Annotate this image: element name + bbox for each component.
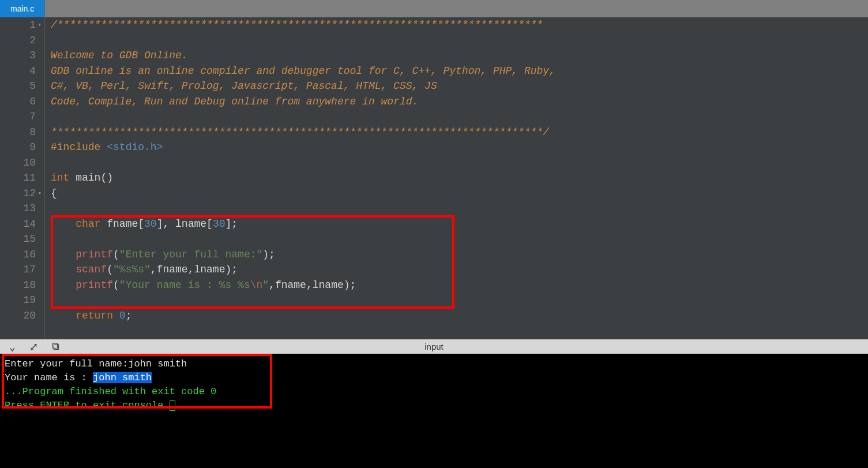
code-text: "Enter your full name:" <box>119 249 262 260</box>
line-number: 14 <box>23 216 36 232</box>
code-text: main() <box>69 172 113 184</box>
line-number: 10 <box>23 155 36 171</box>
code-text: ( <box>107 264 113 275</box>
code-text <box>51 233 76 245</box>
code-text: 30 <box>144 218 157 230</box>
code-text: \n <box>250 279 263 291</box>
console-selected-text: john smith <box>93 372 152 383</box>
code-text <box>51 294 76 306</box>
code-text: 0 <box>119 310 126 321</box>
file-tab-main-c[interactable]: main.c <box>0 0 45 17</box>
line-number: 3 <box>29 48 36 63</box>
line-number: 20 <box>23 308 36 324</box>
code-text: int <box>51 172 69 184</box>
code-text: "Your name is : %s %s <box>119 279 250 291</box>
code-editor[interactable]: 1▾ 2 3 4 5 6 7 8 9 10 11 12▾ 13 14 15 16… <box>0 17 868 339</box>
code-text: " <box>262 279 269 291</box>
fold-marker-icon[interactable]: ▾ <box>37 17 42 33</box>
code-text: ( <box>113 279 119 291</box>
code-text: fname[ <box>100 218 144 230</box>
code-text: ); <box>262 249 275 260</box>
line-number: 12 <box>23 186 36 201</box>
code-text: Welcome to GDB Online. <box>51 50 188 61</box>
fold-marker-icon[interactable]: ▾ <box>37 186 42 201</box>
console-output[interactable]: Enter your full name:john smith Your nam… <box>0 354 868 468</box>
line-number: 8 <box>29 125 36 140</box>
line-number: 18 <box>23 278 36 293</box>
line-number: 4 <box>29 63 36 79</box>
code-text: ; <box>126 310 132 321</box>
console-text: Enter your full name: <box>5 358 128 369</box>
code-text: 30 <box>213 218 226 230</box>
line-number: 19 <box>23 293 36 308</box>
console-toolbar: ⌄ ⤢ ⧉ input <box>0 339 868 354</box>
console-text: john smith <box>128 358 187 369</box>
tab-label: main.c <box>10 4 34 13</box>
code-text: #include <box>51 141 100 153</box>
line-number: 11 <box>23 170 36 186</box>
code-text: "%s%s" <box>113 264 151 275</box>
code-text: ,fname,lname); <box>151 264 238 275</box>
line-number: 16 <box>23 247 36 263</box>
expand-icon[interactable]: ⤢ <box>29 340 38 353</box>
line-number: 1 <box>29 17 36 33</box>
code-text: ****************************************… <box>51 126 549 138</box>
console-text: ...Program finished with exit code 0 <box>5 386 216 397</box>
line-number: 17 <box>23 262 36 278</box>
code-text: ], lname[ <box>157 218 213 230</box>
console-text: Your name is : <box>5 372 93 383</box>
code-text: scanf <box>51 264 107 275</box>
code-text: ]; <box>225 218 238 230</box>
code-text: char <box>51 218 100 230</box>
tab-bar-spacer <box>45 0 868 17</box>
code-content[interactable]: /***************************************… <box>45 17 868 339</box>
console-cursor-icon <box>170 400 175 411</box>
code-text: printf <box>51 279 113 291</box>
chevron-down-icon[interactable]: ⌄ <box>9 340 16 353</box>
code-text: /***************************************… <box>51 19 543 31</box>
code-text: ( <box>113 249 119 260</box>
code-text: C#, VB, Perl, Swift, Prolog, Javascript,… <box>51 80 437 92</box>
line-number: 7 <box>29 109 36 125</box>
copy-icon[interactable]: ⧉ <box>52 341 59 353</box>
code-text: ,fname,lname); <box>269 279 356 291</box>
code-text: return <box>51 310 113 321</box>
code-text: printf <box>51 249 113 260</box>
line-number: 9 <box>29 140 36 155</box>
input-tab-label[interactable]: input <box>424 342 444 351</box>
code-text: Code, Compile, Run and Debug online from… <box>51 96 418 107</box>
line-number: 15 <box>23 231 36 247</box>
line-number-gutter: 1▾ 2 3 4 5 6 7 8 9 10 11 12▾ 13 14 15 16… <box>0 17 45 339</box>
code-text: <stdio.h> <box>100 141 163 153</box>
code-text <box>113 310 119 321</box>
code-text: { <box>51 188 57 199</box>
console-text: Press ENTER to exit console. <box>5 400 170 411</box>
line-number: 6 <box>29 94 36 110</box>
line-number: 5 <box>29 78 36 94</box>
code-text: GDB online is an online compiler and deb… <box>51 65 562 77</box>
tab-bar: main.c <box>0 0 868 17</box>
line-number: 13 <box>23 201 36 216</box>
line-number: 2 <box>29 33 36 48</box>
